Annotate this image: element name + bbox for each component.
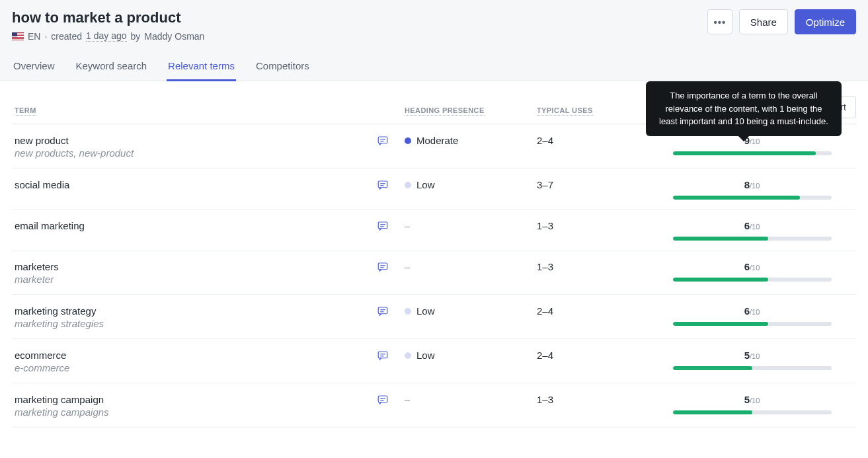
presence-dot-icon (405, 308, 411, 315)
term-name: email marketing (15, 220, 361, 231)
term-name: social media (15, 179, 361, 190)
importance-max: /10 (750, 223, 760, 231)
comment-icon[interactable] (377, 397, 389, 408)
tab-relevant-terms[interactable]: Relevant terms (167, 54, 236, 81)
comment-icon[interactable] (377, 264, 389, 275)
by-label: by (131, 31, 141, 42)
importance-score: 8 (744, 179, 750, 190)
heading-presence: Low (405, 179, 521, 190)
col-heading-presence[interactable]: Heading Presence (397, 100, 529, 124)
created-ago: 1 day ago (86, 30, 127, 42)
term-variants: e-commerce (15, 362, 361, 373)
presence-dot-icon (405, 182, 411, 188)
flag-icon (12, 32, 24, 40)
tab-keyword-search[interactable]: Keyword search (75, 54, 149, 81)
importance-score: 6 (744, 305, 750, 317)
importance-max: /10 (750, 352, 760, 360)
svg-rect-6 (378, 222, 387, 229)
comment-icon[interactable] (377, 137, 389, 149)
col-term[interactable]: Term (12, 100, 369, 124)
comment-icon[interactable] (377, 182, 389, 193)
table-row: email marketing–1–36/10 (12, 210, 856, 250)
svg-rect-18 (378, 396, 387, 402)
presence-label: Low (416, 179, 435, 190)
heading-presence: – (405, 394, 410, 405)
share-button[interactable]: Share (739, 9, 788, 34)
table-row: ecommercee-commerceLow2–45/10 (12, 339, 856, 383)
importance-bar (673, 410, 832, 414)
term-variants: new products, new-product (15, 147, 361, 159)
tabs: OverviewKeyword searchRelevant termsComp… (12, 54, 856, 81)
term-name: marketing campaign (15, 394, 361, 405)
svg-rect-3 (378, 181, 387, 188)
page-meta: EN · created 1 day ago by Maddy Osman (12, 30, 204, 42)
svg-rect-15 (378, 352, 387, 358)
svg-rect-9 (378, 263, 387, 270)
comment-icon[interactable] (377, 223, 389, 234)
comment-icon[interactable] (377, 308, 389, 319)
term-name: ecommerce (15, 350, 361, 361)
importance-bar (673, 237, 832, 241)
tab-overview[interactable]: Overview (12, 54, 56, 81)
heading-presence: – (405, 261, 410, 272)
importance-score: 6 (744, 220, 750, 231)
table-row: marketing campaignmarketing campaigns–1–… (12, 383, 856, 428)
term-name: marketing strategy (15, 305, 361, 317)
lang-code: EN (28, 31, 40, 42)
svg-rect-12 (378, 307, 387, 314)
term-variants: marketing campaigns (15, 406, 361, 418)
typical-uses: 1–3 (529, 383, 648, 428)
heading-presence: Low (405, 305, 521, 317)
importance-bar (673, 196, 832, 200)
svg-rect-0 (378, 137, 387, 143)
importance-max: /10 (750, 137, 760, 145)
importance-tooltip: The importance of a term to the overall … (646, 81, 842, 136)
presence-dot-icon (405, 137, 411, 144)
author-name: Maddy Osman (144, 31, 204, 42)
heading-presence: Moderate (405, 135, 521, 146)
heading-presence: Low (405, 350, 521, 361)
importance-score: 5 (744, 350, 750, 361)
term-name: marketers (15, 261, 361, 272)
table-row: social mediaLow3–78/10 (12, 169, 856, 210)
presence-label: Moderate (416, 135, 458, 146)
presence-label: Low (416, 350, 435, 361)
header-actions: ••• Share Optimize (707, 9, 856, 34)
page-title: how to market a product (12, 9, 204, 26)
importance-bar (673, 322, 832, 326)
optimize-button[interactable]: Optimize (795, 9, 856, 34)
typical-uses: 1–3 (529, 250, 648, 295)
importance-score: 6 (744, 261, 750, 272)
importance-max: /10 (750, 308, 760, 316)
term-variants: marketer (15, 274, 361, 285)
meta-sep: · (44, 31, 47, 42)
typical-uses: 1–3 (529, 210, 648, 250)
term-variants: marketing strategies (15, 318, 361, 329)
comment-icon[interactable] (377, 352, 389, 363)
created-label: created (51, 31, 82, 42)
importance-max: /10 (750, 264, 760, 272)
typical-uses: 3–7 (529, 169, 648, 210)
terms-table: Term Heading Presence Typical Uses Impor… (12, 100, 856, 428)
typical-uses: 2–4 (529, 339, 648, 383)
presence-dot-icon (405, 352, 411, 359)
importance-score: 5 (744, 394, 750, 405)
term-name: new product (15, 135, 361, 146)
presence-label: Low (416, 305, 435, 317)
heading-presence: – (405, 220, 410, 231)
table-row: marketing strategymarketing strategiesLo… (12, 295, 856, 339)
importance-bar (673, 151, 832, 155)
importance-max: /10 (750, 182, 760, 190)
importance-max: /10 (750, 397, 760, 404)
col-typical-uses[interactable]: Typical Uses (529, 100, 648, 124)
importance-bar (673, 278, 832, 282)
more-button[interactable]: ••• (707, 9, 732, 34)
typical-uses: 2–4 (529, 124, 648, 169)
tab-competitors[interactable]: Competitors (255, 54, 311, 81)
importance-bar (673, 366, 832, 370)
typical-uses: 2–4 (529, 295, 648, 339)
table-row: marketersmarketer–1–36/10 (12, 250, 856, 295)
